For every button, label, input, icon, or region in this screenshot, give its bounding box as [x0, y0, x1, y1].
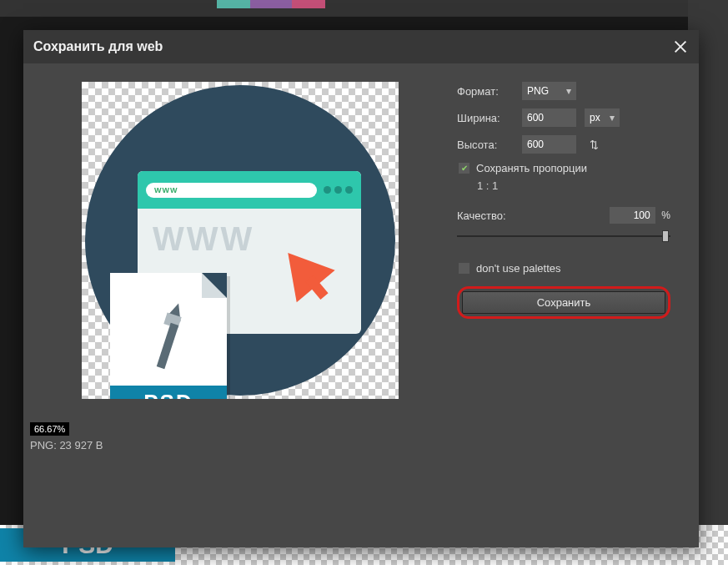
constrain-label: Сохранять пропорции [476, 162, 587, 174]
palettes-checkbox[interactable] [459, 263, 469, 274]
controls-panel: Формат: PNG Ширина: px Высота: ⇅ Сохраня… [457, 82, 682, 451]
format-select[interactable]: PNG [522, 82, 576, 100]
preview-canvas: WWW WWW [82, 82, 399, 399]
quality-label: Качество: [457, 209, 506, 222]
accent-stripe [250, 0, 292, 8]
preview-image: WWW WWW [85, 85, 395, 396]
quality-value[interactable]: 100 [610, 207, 655, 224]
close-icon[interactable] [672, 38, 689, 55]
height-input[interactable] [522, 135, 576, 154]
palettes-label: don't use palettes [476, 262, 561, 275]
aspect-ratio: 1 : 1 [477, 179, 670, 192]
format-label: Формат: [457, 85, 514, 98]
save-button[interactable]: Сохранить [462, 291, 665, 314]
zoom-level: 66.67% [30, 422, 69, 436]
dialog-titlebar: Сохранить для web [23, 30, 699, 63]
quality-suffix: % [661, 209, 670, 221]
preview-area: WWW WWW [23, 82, 457, 451]
brush-icon [150, 296, 192, 367]
www-text: WWW [153, 220, 254, 258]
dialog-title: Сохранить для web [33, 39, 163, 54]
psd-file-illustration: PSD [110, 273, 227, 399]
slider-thumb[interactable] [662, 230, 669, 242]
save-for-web-dialog: Сохранить для web WWW WWW [23, 30, 699, 547]
save-highlight: Сохранить [457, 286, 670, 319]
psd-label: PSD [110, 386, 227, 399]
filesize-text: PNG: 23 927 B [30, 439, 103, 451]
width-label: Ширина: [457, 112, 514, 124]
app-topbar [0, 0, 728, 17]
height-label: Высота: [457, 139, 514, 151]
constrain-checkbox[interactable] [459, 163, 469, 174]
width-unit-select[interactable]: px [585, 108, 620, 127]
status-area: 66.67% PNG: 23 927 B [30, 422, 103, 451]
quality-slider[interactable] [457, 229, 670, 244]
accent-stripe [292, 0, 325, 8]
width-input[interactable] [522, 108, 576, 127]
url-bar: WWW [146, 183, 317, 198]
accent-stripe [217, 0, 250, 8]
swap-dimensions-icon[interactable]: ⇅ [585, 135, 603, 154]
